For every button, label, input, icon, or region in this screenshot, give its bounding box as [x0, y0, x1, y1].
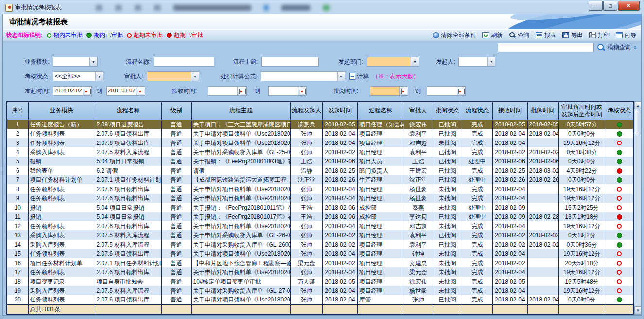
cell-received[interactable]: 2018-02-04 — [492, 194, 527, 203]
cell-state[interactable]: 完成 — [462, 184, 492, 194]
cell-start[interactable]: 2018-02-02 — [322, 147, 357, 157]
cell-step[interactable]: 项目经理 — [357, 249, 404, 258]
receive-from-datefield[interactable] — [208, 86, 247, 96]
cell-approver[interactable]: 袁利平 — [404, 230, 433, 240]
cell-review[interactable]: 已批阅 — [433, 120, 462, 129]
cell-review[interactable]: 已批阅 — [433, 212, 462, 221]
cell-review[interactable]: 未批阅 — [433, 203, 462, 212]
cell-status[interactable] — [606, 267, 633, 277]
print-button[interactable]: 打印 — [589, 31, 610, 39]
cell-level[interactable]: 普通 — [161, 175, 191, 184]
cell-reviewed[interactable]: 2018-02-28 — [527, 212, 558, 221]
cell-step[interactable]: 项目经理 — [357, 194, 404, 203]
cell-state[interactable]: 完成 — [462, 286, 492, 295]
cell-seq[interactable]: 20 — [7, 295, 28, 304]
cell-status[interactable] — [606, 286, 633, 295]
cell-reviewed[interactable] — [527, 249, 558, 258]
cell-start[interactable]: 2018-02-04 — [322, 184, 357, 194]
cell-status[interactable] — [606, 147, 633, 157]
fuzzy-search-icon[interactable] — [597, 44, 605, 51]
col-header-start[interactable]: 发起时间 — [322, 102, 357, 120]
cell-level[interactable]: 普通 — [161, 295, 191, 304]
col-header-process[interactable]: 流程名称 — [95, 102, 161, 120]
cell-subject[interactable]: 关于申请对项目领料单《Use2018020402 — [191, 129, 290, 138]
cell-level[interactable]: 普通 — [161, 129, 191, 138]
cell-state[interactable]: 完成 — [462, 129, 492, 138]
cell-duration[interactable]: 0天1时2分 — [558, 230, 606, 240]
cell-module[interactable]: 项目任务材料计划单 — [28, 175, 95, 184]
cell-level[interactable]: 普通 — [161, 138, 191, 147]
cell-status[interactable] — [606, 138, 633, 147]
cell-initiator[interactable]: 梁元金 — [290, 258, 322, 267]
cell-subject[interactable]: 关于申请对项目领料单《Use2018020400 — [191, 221, 290, 230]
cell-seq[interactable]: 19 — [7, 286, 28, 295]
cell-reviewed[interactable]: 2018-02-26 — [527, 175, 558, 184]
start-to-datefield[interactable]: 2018-03-02 — [106, 86, 145, 96]
cell-initiator[interactable]: 张帅 — [290, 286, 322, 295]
cell-approver[interactable]: 沈正堂 — [404, 175, 433, 184]
cell-subject[interactable]: 关于申请对采购收货入库单《GL-27-001 — [191, 286, 290, 295]
cell-module[interactable]: 项目任务材料计划单 — [28, 258, 95, 267]
cell-step[interactable]: 成控部 — [357, 203, 404, 212]
cell-subject[interactable]: 关于申请对项目领料单《Use2018020400 — [191, 138, 290, 147]
cell-received[interactable]: 2018-02-04 — [492, 221, 527, 230]
cell-approver[interactable]: 邓吉超 — [404, 138, 433, 147]
cell-seq[interactable]: 10 — [7, 203, 28, 212]
cell-review[interactable]: 未批阅 — [433, 249, 462, 258]
cell-state[interactable]: 处理中 — [462, 203, 492, 212]
cell-step[interactable]: 部门负责人 — [357, 166, 404, 175]
cell-reviewed[interactable] — [527, 221, 558, 230]
cell-initiator[interactable]: 沈正堂 — [290, 175, 322, 184]
cell-review[interactable]: 已批阅 — [433, 240, 462, 249]
cell-approver[interactable]: 王浩 — [404, 157, 433, 166]
cell-module[interactable]: 采购入库列表 — [28, 230, 95, 240]
cell-status[interactable] — [606, 194, 633, 203]
cell-level[interactable]: 普通 — [161, 230, 191, 240]
cell-module[interactable]: 采购入库列表 — [28, 286, 95, 295]
cell-process[interactable]: 2.07.6 项目领料出库 — [95, 129, 161, 138]
cell-initiator[interactable]: 张帅 — [290, 147, 322, 157]
cell-review[interactable]: 未批阅 — [433, 194, 462, 203]
cell-duration[interactable]: 13天1时18分 — [558, 212, 606, 221]
cell-subject[interactable]: 关于申请对项目领料单《Use2018020401 — [191, 267, 290, 277]
module-filter-dropdown[interactable]: ▼ — [53, 57, 98, 67]
cell-subject[interactable]: 关于报销：《FeePrg201801003笔》在日期 — [191, 157, 290, 166]
cell-review[interactable]: 未批阅 — [433, 258, 462, 267]
calendar-icon[interactable] — [399, 87, 408, 95]
cell-module[interactable]: 采购入库列表 — [28, 147, 95, 157]
table-row[interactable]: 10报销5.04 项目日常报销普通关于报销：《FeePrg201801011笔》… — [7, 203, 633, 212]
cell-module[interactable]: 任务领料列表 — [28, 249, 95, 258]
subject-input[interactable] — [261, 57, 319, 67]
table-row[interactable]: 4采购入库列表2.07.5 材料入库流程普通关于申请对采购收货入库单《GL-25… — [7, 147, 633, 157]
cell-received[interactable]: 2018-02-04 — [492, 286, 527, 295]
cell-start[interactable]: 2018-02-04 — [322, 267, 357, 277]
cell-start[interactable]: 2018-02-06 — [322, 212, 357, 221]
cell-duration[interactable]: 19天16时12分 — [558, 184, 606, 194]
cell-level[interactable]: 普通 — [161, 166, 191, 175]
cell-process[interactable]: 2.07.5 材料入库流程 — [95, 147, 161, 157]
cell-state[interactable]: 处理中 — [462, 157, 492, 166]
cell-reviewed[interactable]: 2018-03-02 — [527, 166, 558, 175]
cell-received[interactable]: 2018-02-04 — [492, 249, 527, 258]
cell-approver[interactable]: 李达周 — [404, 212, 433, 221]
col-header-initiator[interactable]: 流程发起人 — [290, 102, 322, 120]
cell-duration[interactable]: 19天16时12分 — [558, 138, 606, 147]
cell-reviewed[interactable] — [527, 286, 558, 295]
cell-start[interactable]: 2018-02-06 — [322, 157, 357, 166]
cell-step[interactable]: 生产经理 — [357, 175, 404, 184]
cell-approver[interactable]: 杨世豪 — [404, 194, 433, 203]
cell-seq[interactable]: 2 — [7, 129, 28, 138]
cell-level[interactable]: 普通 — [161, 147, 191, 157]
cell-review[interactable]: 未批阅 — [433, 277, 462, 286]
cell-start[interactable]: 2018-02-04 — [322, 249, 357, 258]
cell-initiator[interactable]: 汤燕兵 — [290, 120, 322, 129]
cell-state[interactable]: 完成 — [462, 240, 492, 249]
cell-duration[interactable]: 0天0时0分 — [558, 175, 606, 184]
cell-duration[interactable]: 0天0时0分 — [558, 295, 606, 304]
cell-approver[interactable]: 杨世豪 — [404, 286, 433, 295]
cell-received[interactable]: 2018-02-02 — [492, 258, 527, 267]
cell-approver[interactable]: 袁利平 — [404, 240, 433, 249]
cell-step[interactable]: 项目经理 — [357, 147, 404, 157]
cell-module[interactable]: 报销 — [28, 203, 95, 212]
cell-duration[interactable]: 0天0时0分 — [558, 157, 606, 166]
